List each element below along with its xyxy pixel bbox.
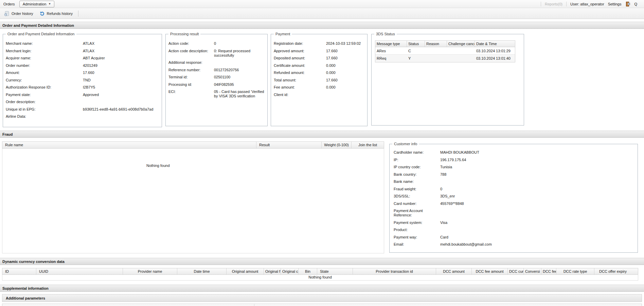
- field-label: Registration date:: [274, 41, 326, 46]
- column-header[interactable]: Original amount: [227, 268, 264, 274]
- column-header[interactable]: DCC curr: [508, 268, 524, 274]
- column-header[interactable]: UUID: [36, 268, 123, 274]
- column-header[interactable]: Value: [254, 304, 642, 306]
- field-label: Bank country:: [394, 172, 440, 177]
- column-header[interactable]: Status: [407, 41, 425, 47]
- order-history-icon: [4, 11, 10, 16]
- field-value: [83, 114, 160, 119]
- field-row: Additional response:: [168, 60, 266, 65]
- field-value: 0: [214, 41, 266, 46]
- column-header[interactable]: Reason: [425, 41, 447, 47]
- field-row: Merchant name: ATLAX: [6, 41, 160, 46]
- supplemental-section-title: Supplemental information: [0, 285, 644, 292]
- column-header[interactable]: State: [317, 268, 353, 274]
- field-value: Approved: [83, 93, 160, 97]
- cell-datetime: 03.10.2024 13:01:29: [475, 49, 515, 53]
- field-value: [326, 93, 365, 97]
- column-header[interactable]: DCC offer expiry: [594, 268, 638, 274]
- field-row: Merchant login: ATLAX: [6, 49, 160, 53]
- cell-status: Y: [407, 56, 425, 60]
- field-label: Card number:: [394, 202, 440, 206]
- field-value: 04IF082595: [214, 82, 266, 87]
- field-row: Airline Data:: [6, 114, 160, 119]
- field-row: Order description:: [6, 100, 160, 104]
- column-header[interactable]: Name: [2, 304, 254, 306]
- field-value: TND: [83, 78, 160, 82]
- column-header[interactable]: ID: [2, 268, 36, 274]
- threeds-row[interactable]: ARes C 03.10.2024 13:01:29: [375, 47, 515, 55]
- field-value: 001272620756: [214, 68, 266, 72]
- customer-info-fields: Cardholder name: MAHDI BOUKABBOUT IP: 19…: [394, 150, 636, 250]
- refunds-history-button[interactable]: Refunds history: [38, 10, 74, 17]
- field-row: Client id:: [274, 93, 365, 97]
- column-header[interactable]: Challenge cancel: [447, 41, 475, 47]
- field-row: Acquirer name: ABT Acquirer: [6, 56, 160, 60]
- field-label: Payment system:: [394, 221, 440, 225]
- cell-message-type: RReq: [375, 56, 407, 60]
- payment-legend: Payment: [274, 32, 292, 36]
- order-history-button[interactable]: Order history: [2, 10, 35, 17]
- field-label: Amount:: [6, 71, 83, 75]
- column-header[interactable]: Date & Time: [475, 41, 515, 47]
- column-header[interactable]: Provider name: [123, 268, 177, 274]
- field-row: Registration date: 2024-10-03 12:59:02: [274, 41, 365, 46]
- field-label: IP:: [394, 158, 440, 162]
- main-menu: Orders Administration ▼: [3, 0, 54, 8]
- field-label: Refunded amount:: [274, 71, 326, 75]
- field-value: Tunisia: [440, 165, 636, 169]
- field-row: Card number: 455769**8848: [394, 202, 636, 206]
- column-header[interactable]: Original f: [264, 268, 281, 274]
- column-header[interactable]: Weight (0-100): [322, 142, 352, 148]
- separator: [541, 2, 541, 6]
- field-label: Action code description:: [168, 49, 214, 58]
- menu-quit[interactable]: Q: [634, 2, 637, 6]
- page-title: Order and Payment Detailed Information: [0, 22, 644, 29]
- menu-administration[interactable]: Administration ▼: [19, 1, 55, 7]
- field-row: Refunded amount: 0.000: [274, 71, 365, 75]
- logout-icon[interactable]: [625, 1, 630, 7]
- field-row: Reference number: 001272620756: [168, 68, 266, 72]
- menu-settings[interactable]: Settings: [608, 2, 622, 6]
- field-label: Airline Data:: [6, 114, 83, 119]
- field-row: Currency: TND: [6, 78, 160, 82]
- field-value: 17.660: [326, 49, 365, 53]
- column-header[interactable]: Rule name: [2, 142, 256, 148]
- field-row: Authorization Response ID: I2B7Y5: [6, 85, 160, 90]
- column-header[interactable]: DCC fee: [541, 268, 556, 274]
- column-header[interactable]: Result: [256, 142, 322, 148]
- field-label: Deposited amount:: [274, 56, 326, 60]
- column-header[interactable]: Join the list: [352, 142, 384, 148]
- column-header[interactable]: Conversi: [524, 268, 541, 274]
- column-header[interactable]: Date time: [177, 268, 227, 274]
- current-user-label: User: atlax_operator: [570, 2, 604, 6]
- field-label: Fee amount:: [274, 85, 326, 90]
- refunds-history-icon: [39, 11, 45, 16]
- field-label: Payment way:: [394, 235, 440, 240]
- field-row: Fraud weight: 0: [394, 187, 636, 191]
- menu-orders[interactable]: Orders: [3, 2, 15, 6]
- cell-datetime: 03.10.2024 13:01:40: [475, 56, 515, 60]
- column-header[interactable]: Original c: [281, 268, 299, 274]
- field-value: mehdi.boukabbout@gmail.com: [440, 242, 636, 247]
- field-label: Approved amount:: [274, 49, 326, 53]
- fraud-section-title: Fraud: [0, 131, 644, 138]
- column-header[interactable]: Bin: [299, 268, 317, 274]
- menu-reports[interactable]: Reports(0): [545, 2, 562, 6]
- column-header[interactable]: Message type: [375, 41, 407, 47]
- field-value: 0.000: [326, 63, 365, 68]
- column-header[interactable]: DCC amount: [436, 268, 472, 274]
- field-row: Certificate amount: 0.000: [274, 63, 365, 68]
- field-value: 17.660: [326, 78, 365, 82]
- column-header[interactable]: DCC fee amount: [472, 268, 508, 274]
- column-header[interactable]: DCC rate type: [556, 268, 594, 274]
- cell-message-type: ARes: [375, 49, 407, 53]
- fraud-table-header: Rule nameResultWeight (0-100)Join the li…: [2, 141, 384, 149]
- dcc-table-header: IDUUIDProvider nameDate timeOriginal amo…: [2, 268, 638, 275]
- field-label: Acquirer name:: [6, 56, 83, 60]
- field-label: Unique id in EPG:: [6, 107, 83, 112]
- field-value: 0.000: [326, 71, 365, 75]
- threeds-row[interactable]: RReq Y 03.10.2024 13:01:40: [375, 55, 515, 62]
- column-header[interactable]: Provider transaction id: [353, 268, 436, 274]
- field-row: Product:: [394, 228, 636, 232]
- field-row: Payment system: Visa: [394, 221, 636, 225]
